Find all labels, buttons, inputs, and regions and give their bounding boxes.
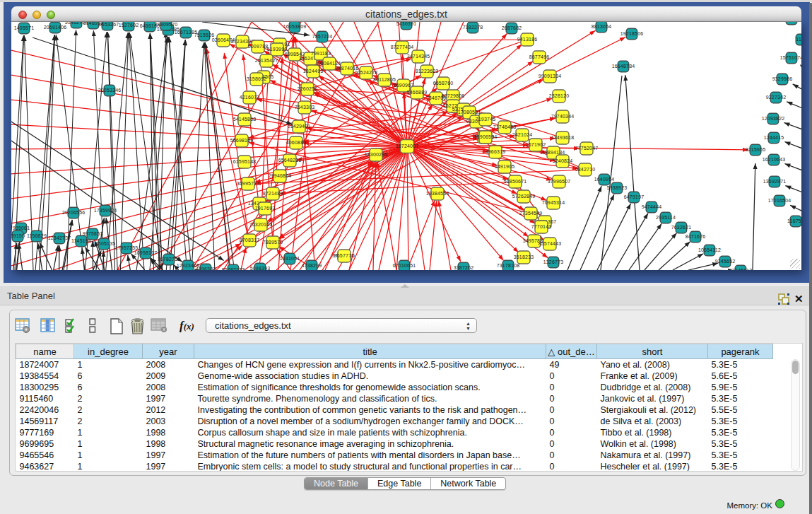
- svg-text:57262849: 57262849: [512, 194, 536, 199]
- svg-text:935061: 935061: [13, 226, 30, 230]
- svg-text:8677496: 8677496: [529, 54, 550, 59]
- svg-text:71906594: 71906594: [474, 134, 498, 139]
- svg-text:18724007: 18724007: [396, 144, 419, 148]
- svg-text:77752047: 77752047: [575, 146, 599, 151]
- svg-text:12093822: 12093822: [762, 116, 785, 121]
- svg-text:7889579: 7889579: [263, 240, 283, 245]
- svg-text:8708317: 8708317: [240, 238, 260, 243]
- svg-text:16648784: 16648784: [612, 64, 635, 69]
- svg-text:62729806: 62729806: [442, 93, 465, 98]
- svg-text:17016504: 17016504: [768, 198, 792, 203]
- svg-text:65787133: 65787133: [222, 267, 245, 270]
- svg-text:36995777: 36995777: [237, 181, 260, 186]
- svg-text:76320163: 76320163: [249, 222, 273, 227]
- svg-text:8215955: 8215955: [746, 147, 766, 152]
- svg-text:79740344: 79740344: [551, 114, 575, 119]
- svg-text:73178108: 73178108: [497, 263, 520, 268]
- svg-text:3158692: 3158692: [247, 76, 267, 81]
- svg-text:10958107: 10958107: [134, 250, 158, 255]
- svg-text:39159: 39159: [11, 233, 25, 238]
- svg-text:6479197: 6479197: [624, 194, 645, 199]
- svg-text:7182278: 7182278: [463, 25, 483, 30]
- svg-text:93245612: 93245612: [729, 268, 753, 270]
- svg-text:16053809: 16053809: [283, 24, 307, 29]
- svg-text:19218506: 19218506: [620, 31, 644, 36]
- svg-text:81223623: 81223623: [416, 69, 439, 74]
- svg-text:9657771: 9657771: [334, 253, 355, 258]
- svg-text:7193745: 7193745: [476, 117, 496, 122]
- svg-text:9329986: 9329986: [772, 76, 793, 81]
- svg-text:17359924: 17359924: [94, 208, 117, 213]
- svg-text:2421024: 2421024: [512, 132, 533, 137]
- svg-text:1405571: 1405571: [14, 25, 35, 30]
- svg-text:12342737: 12342737: [48, 235, 71, 240]
- svg-text:20053346: 20053346: [98, 88, 122, 93]
- svg-text:87277434: 87277434: [391, 45, 414, 49]
- svg-text:49894134: 49894134: [542, 150, 565, 155]
- svg-text:51850671: 51850671: [504, 179, 527, 184]
- svg-text:0842710: 0842710: [575, 167, 596, 172]
- svg-text:4216073: 4216073: [240, 95, 260, 100]
- svg-text:9474444: 9474444: [642, 204, 662, 209]
- svg-text:6193990: 6193990: [267, 47, 288, 52]
- svg-text:4966319: 4966319: [486, 149, 506, 154]
- svg-text:20206556: 20206556: [62, 210, 86, 215]
- svg-text:6658760: 6658760: [433, 81, 454, 86]
- svg-text:8471676: 8471676: [686, 234, 706, 239]
- svg-text:1031051: 1031051: [280, 256, 300, 261]
- svg-text:1156829: 1156829: [27, 233, 47, 238]
- svg-text:16782759: 16782759: [158, 257, 181, 262]
- svg-text:9975857: 9975857: [83, 231, 103, 236]
- svg-text:1491905: 1491905: [495, 164, 515, 169]
- svg-text:8148932: 8148932: [83, 22, 104, 25]
- svg-text:2935114: 2935114: [656, 215, 676, 220]
- svg-text:9245652: 9245652: [715, 259, 736, 264]
- svg-text:15751074: 15751074: [780, 55, 801, 60]
- svg-text:34714345: 34714345: [407, 54, 430, 59]
- svg-text:4060883: 4060883: [286, 140, 307, 145]
- svg-text:8813054: 8813054: [592, 24, 612, 29]
- svg-text:7543303: 7543303: [295, 105, 315, 110]
- svg-text:25135427: 25135427: [255, 58, 278, 63]
- svg-text:61595148: 61595148: [233, 159, 257, 164]
- svg-text:9227342: 9227342: [766, 95, 787, 100]
- svg-text:17957255: 17957255: [115, 245, 139, 250]
- svg-text:55698169: 55698169: [230, 138, 254, 143]
- svg-text:71746488: 71746488: [493, 124, 517, 129]
- svg-text:7632621: 7632621: [671, 225, 692, 230]
- svg-text:20691406: 20691406: [44, 25, 67, 30]
- svg-text:7917693: 7917693: [255, 206, 276, 211]
- svg-text:1640954: 1640954: [594, 177, 615, 182]
- svg-text:16210643: 16210643: [763, 157, 786, 162]
- svg-text:7991183: 7991183: [311, 51, 331, 56]
- svg-text:4738299: 4738299: [302, 263, 322, 268]
- svg-text:54145868: 54145868: [233, 117, 257, 122]
- svg-text:1112: 1112: [796, 37, 801, 42]
- svg-text:27354549: 27354549: [519, 211, 543, 216]
- svg-text:85574443: 85574443: [539, 241, 562, 246]
- svg-text:28809570: 28809570: [155, 22, 178, 27]
- svg-text:1671902: 1671902: [526, 142, 546, 147]
- svg-text:65648236: 65648236: [278, 158, 302, 163]
- svg-text:5938923: 5938923: [607, 185, 628, 190]
- svg-text:2260256: 2260256: [298, 86, 318, 91]
- svg-text:29946804: 29946804: [269, 173, 292, 178]
- svg-text:00524278: 00524278: [355, 70, 378, 75]
- svg-text:5430391: 5430391: [396, 22, 417, 26]
- svg-text:1527602: 1527602: [119, 23, 139, 28]
- svg-text:7857224: 7857224: [312, 34, 333, 39]
- svg-text:4896383: 4896383: [196, 267, 216, 270]
- svg-text:5098393: 5098393: [250, 266, 271, 270]
- svg-text:3387262: 3387262: [454, 265, 474, 270]
- svg-text:80112805: 80112805: [373, 77, 396, 82]
- svg-text:7515526: 7515526: [194, 33, 215, 37]
- svg-text:116753: 116753: [787, 218, 801, 223]
- svg-text:6690967: 6690967: [394, 83, 414, 88]
- svg-text:10654112: 10654112: [698, 247, 721, 252]
- svg-text:9413186: 9413186: [517, 37, 538, 42]
- svg-text:5009788: 5009788: [248, 44, 269, 49]
- svg-text:5240824: 5240824: [553, 158, 573, 163]
- svg-text:2687682: 2687682: [502, 25, 522, 30]
- svg-text:12505135: 12505135: [93, 241, 116, 246]
- svg-text:19384554: 19384554: [426, 191, 449, 196]
